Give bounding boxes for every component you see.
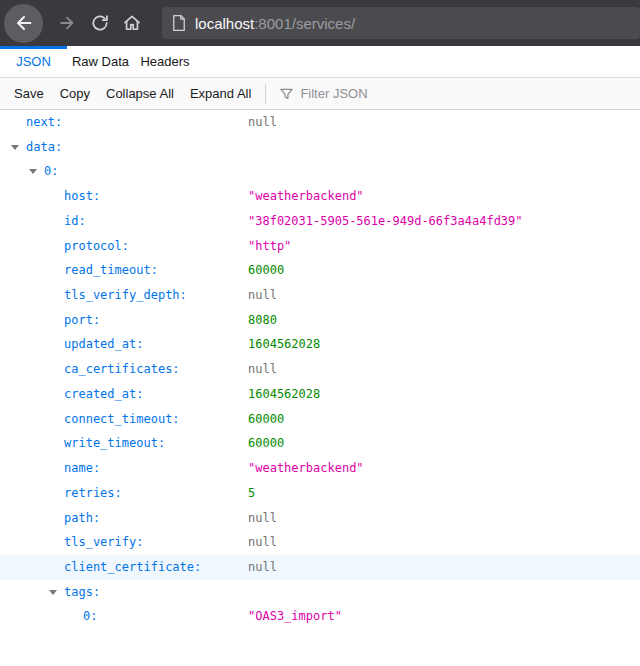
forward-button[interactable] — [53, 9, 81, 37]
json-key: 0: — [83, 604, 97, 629]
tab-headers[interactable]: Headers — [134, 46, 196, 77]
json-value: null — [248, 357, 277, 382]
expander-icon[interactable] — [11, 145, 19, 150]
json-value: "http" — [248, 234, 291, 259]
tree-row[interactable]: host: "weatherbackend" — [0, 184, 640, 209]
json-value: 5 — [248, 481, 255, 506]
json-value: "weatherbackend" — [248, 184, 364, 209]
expand-all-button[interactable]: Expand All — [182, 86, 259, 101]
json-key: read_timeout: — [64, 258, 158, 283]
json-value: null — [248, 530, 277, 555]
tree-row[interactable]: name: "weatherbackend" — [0, 456, 640, 481]
json-key: 0: — [44, 159, 58, 184]
json-value: null — [248, 283, 277, 308]
copy-button[interactable]: Copy — [52, 86, 98, 101]
json-value: 60000 — [248, 431, 284, 456]
json-value: null — [248, 555, 277, 580]
tree-row[interactable]: retries: 5 — [0, 481, 640, 506]
back-button[interactable] — [4, 4, 43, 43]
json-value: 1604562028 — [248, 382, 320, 407]
json-value: null — [248, 110, 277, 135]
json-key: tls_verify_depth: — [64, 283, 187, 308]
json-key: next: — [26, 110, 62, 135]
json-key: host: — [64, 184, 100, 209]
reload-icon — [90, 13, 110, 33]
tree-row[interactable]: tags: — [0, 580, 640, 605]
json-value: 1604562028 — [248, 332, 320, 357]
tree-row[interactable]: created_at: 1604562028 — [0, 382, 640, 407]
json-key: id: — [64, 209, 86, 234]
tree-row[interactable]: data: — [0, 135, 640, 160]
forward-arrow-icon — [57, 13, 77, 33]
filter-funnel-icon — [279, 86, 294, 101]
tree-row[interactable]: next: null — [0, 110, 640, 135]
collapse-all-button[interactable]: Collapse All — [98, 86, 182, 101]
json-key: protocol: — [64, 234, 129, 259]
json-value: "38f02031-5905-561e-949d-66f3a4a4fd39" — [248, 209, 523, 234]
tree-row[interactable]: path: null — [0, 506, 640, 531]
tree-row[interactable]: tls_verify_depth: null — [0, 283, 640, 308]
page-icon — [172, 14, 186, 32]
json-key: tags: — [64, 580, 100, 605]
json-key: name: — [64, 456, 100, 481]
json-tree: next: null data: 0: host: "weatherbacken… — [0, 110, 640, 629]
expander-icon[interactable] — [29, 169, 37, 174]
json-key: tls_verify: — [64, 530, 143, 555]
json-key: write_timeout: — [64, 431, 165, 456]
back-arrow-icon — [13, 12, 35, 34]
json-key: connect_timeout: — [64, 407, 180, 432]
tab-raw-data[interactable]: Raw Data — [67, 46, 134, 77]
tree-row[interactable]: 0: — [0, 159, 640, 184]
json-value: null — [248, 506, 277, 531]
json-key: path: — [64, 506, 100, 531]
expander-icon[interactable] — [49, 590, 57, 595]
json-key: ca_certificates: — [64, 357, 180, 382]
filter-area — [272, 86, 640, 101]
filter-json-input[interactable] — [300, 86, 640, 101]
json-key: updated_at: — [64, 332, 143, 357]
tree-row[interactable]: ca_certificates: null — [0, 357, 640, 382]
tree-row[interactable]: read_timeout: 60000 — [0, 258, 640, 283]
toolbar-separator — [265, 84, 266, 104]
url-path: :8001/services/ — [254, 15, 355, 32]
url-text: localhost:8001/services/ — [195, 15, 355, 32]
save-button[interactable]: Save — [6, 86, 52, 101]
reload-button[interactable] — [86, 9, 114, 37]
json-key: data: — [26, 135, 62, 160]
json-value: 8080 — [248, 308, 277, 333]
tree-row[interactable]: port: 8080 — [0, 308, 640, 333]
tree-row[interactable]: write_timeout: 60000 — [0, 431, 640, 456]
json-value: "weatherbackend" — [248, 456, 364, 481]
tree-row[interactable]: connect_timeout: 60000 — [0, 407, 640, 432]
json-key: created_at: — [64, 382, 143, 407]
tree-row[interactable]: tls_verify: null — [0, 530, 640, 555]
tree-row[interactable]: client_certificate: null — [0, 555, 640, 580]
tree-row[interactable]: id: "38f02031-5905-561e-949d-66f3a4a4fd3… — [0, 209, 640, 234]
url-host: localhost — [195, 15, 254, 32]
tree-row[interactable]: protocol: "http" — [0, 234, 640, 259]
browser-toolbar: localhost:8001/services/ — [0, 0, 640, 46]
tree-row[interactable]: 0: "OAS3_import" — [0, 604, 640, 629]
json-value: 60000 — [248, 407, 284, 432]
json-key: port: — [64, 308, 100, 333]
home-button[interactable] — [118, 9, 146, 37]
tree-row[interactable]: updated_at: 1604562028 — [0, 332, 640, 357]
json-key: retries: — [64, 481, 122, 506]
json-value: 60000 — [248, 258, 284, 283]
json-value: "OAS3_import" — [248, 604, 342, 629]
tab-json[interactable]: JSON — [0, 46, 67, 77]
viewer-tabs: JSON Raw Data Headers — [0, 46, 640, 78]
json-key: client_certificate: — [64, 555, 201, 580]
url-bar[interactable]: localhost:8001/services/ — [162, 7, 640, 39]
home-icon — [122, 13, 142, 33]
json-toolbar: Save Copy Collapse All Expand All — [0, 78, 640, 110]
